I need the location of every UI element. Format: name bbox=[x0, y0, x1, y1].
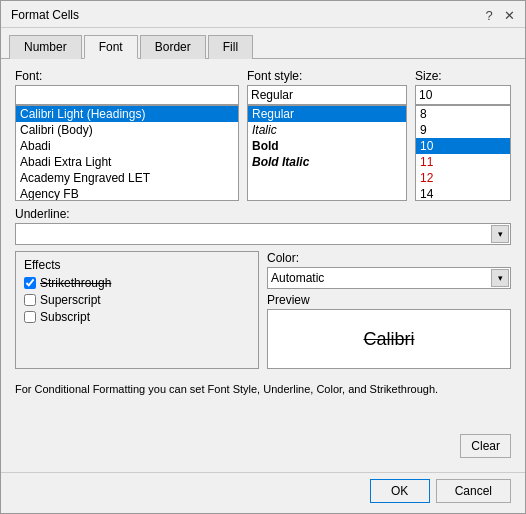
underline-select[interactable]: Single Double bbox=[15, 223, 511, 245]
color-row: Color: Automatic Black White Red ▾ bbox=[267, 251, 511, 289]
close-button[interactable]: ✕ bbox=[501, 7, 517, 23]
size-list-item[interactable]: 12 bbox=[416, 170, 510, 186]
size-list[interactable]: 8910111214 bbox=[415, 105, 511, 201]
right-panel: Color: Automatic Black White Red ▾ bbox=[267, 251, 511, 369]
tabs-row: Number Font Border Fill bbox=[1, 28, 525, 59]
cancel-button[interactable]: Cancel bbox=[436, 479, 511, 503]
font-list[interactable]: Calibri Light (Headings)Calibri (Body)Ab… bbox=[15, 105, 239, 201]
size-label: Size: bbox=[415, 69, 511, 83]
strikethrough-checkbox[interactable] bbox=[24, 277, 36, 289]
font-list-item[interactable]: Abadi Extra Light bbox=[16, 154, 238, 170]
info-text: For Conditional Formatting you can set F… bbox=[15, 381, 511, 424]
top-section: Font: Calibri Light (Headings)Calibri (B… bbox=[15, 69, 511, 201]
size-input[interactable] bbox=[415, 85, 511, 105]
underline-row: Underline: Single Double ▾ bbox=[15, 207, 511, 245]
color-select[interactable]: Automatic Black White Red bbox=[267, 267, 511, 289]
middle-section: Effects Strikethrough Superscript Subscr… bbox=[15, 251, 511, 369]
help-button[interactable]: ? bbox=[481, 7, 497, 23]
style-list-item[interactable]: Bold bbox=[248, 138, 406, 154]
size-list-item[interactable]: 9 bbox=[416, 122, 510, 138]
effects-box: Effects Strikethrough Superscript Subscr… bbox=[15, 251, 259, 369]
underline-label: Underline: bbox=[15, 207, 511, 221]
style-list[interactable]: RegularItalicBoldBold Italic bbox=[247, 105, 407, 201]
subscript-checkbox[interactable] bbox=[24, 311, 36, 323]
tab-border[interactable]: Border bbox=[140, 35, 206, 59]
clear-button[interactable]: Clear bbox=[460, 434, 511, 458]
style-list-item[interactable]: Italic bbox=[248, 122, 406, 138]
strikethrough-row[interactable]: Strikethrough bbox=[24, 276, 250, 290]
preview-text: Calibri bbox=[363, 329, 414, 350]
bottom-buttons: OK Cancel bbox=[1, 472, 525, 513]
preview-box: Calibri bbox=[267, 309, 511, 369]
style-list-item[interactable]: Bold Italic bbox=[248, 154, 406, 170]
font-input[interactable] bbox=[15, 85, 239, 105]
preview-label: Preview bbox=[267, 293, 511, 307]
style-column: Font style: RegularItalicBoldBold Italic bbox=[247, 69, 407, 201]
font-list-item[interactable]: Agency FB bbox=[16, 186, 238, 201]
dialog-body: Font: Calibri Light (Headings)Calibri (B… bbox=[1, 59, 525, 468]
size-list-item[interactable]: 10 bbox=[416, 138, 510, 154]
effects-title: Effects bbox=[24, 258, 250, 272]
dialog-title: Format Cells bbox=[11, 8, 79, 22]
size-list-item[interactable]: 11 bbox=[416, 154, 510, 170]
font-label: Font: bbox=[15, 69, 239, 83]
font-list-item[interactable]: Abadi bbox=[16, 138, 238, 154]
size-column: Size: 8910111214 bbox=[415, 69, 511, 201]
title-bar-buttons: ? ✕ bbox=[481, 7, 517, 23]
font-list-item[interactable]: Academy Engraved LET bbox=[16, 170, 238, 186]
superscript-checkbox[interactable] bbox=[24, 294, 36, 306]
tab-font[interactable]: Font bbox=[84, 35, 138, 59]
font-column: Font: Calibri Light (Headings)Calibri (B… bbox=[15, 69, 239, 201]
color-label: Color: bbox=[267, 251, 511, 265]
tab-fill[interactable]: Fill bbox=[208, 35, 253, 59]
ok-button[interactable]: OK bbox=[370, 479, 430, 503]
subscript-row[interactable]: Subscript bbox=[24, 310, 250, 324]
font-list-item[interactable]: Calibri Light (Headings) bbox=[16, 106, 238, 122]
color-select-row: Automatic Black White Red ▾ bbox=[267, 267, 511, 289]
subscript-label: Subscript bbox=[40, 310, 90, 324]
style-input[interactable] bbox=[247, 85, 407, 105]
style-list-item[interactable]: Regular bbox=[248, 106, 406, 122]
title-bar: Format Cells ? ✕ bbox=[1, 1, 525, 28]
size-list-item[interactable]: 8 bbox=[416, 106, 510, 122]
strikethrough-label: Strikethrough bbox=[40, 276, 111, 290]
underline-select-wrapper: Single Double ▾ bbox=[15, 223, 511, 245]
format-cells-dialog: Format Cells ? ✕ Number Font Border Fill… bbox=[0, 0, 526, 514]
tab-number[interactable]: Number bbox=[9, 35, 82, 59]
style-label: Font style: bbox=[247, 69, 407, 83]
size-list-item[interactable]: 14 bbox=[416, 186, 510, 201]
left-panel: Effects Strikethrough Superscript Subscr… bbox=[15, 251, 259, 369]
superscript-label: Superscript bbox=[40, 293, 101, 307]
superscript-row[interactable]: Superscript bbox=[24, 293, 250, 307]
color-select-wrapper: Automatic Black White Red ▾ bbox=[267, 267, 511, 289]
font-list-item[interactable]: Calibri (Body) bbox=[16, 122, 238, 138]
